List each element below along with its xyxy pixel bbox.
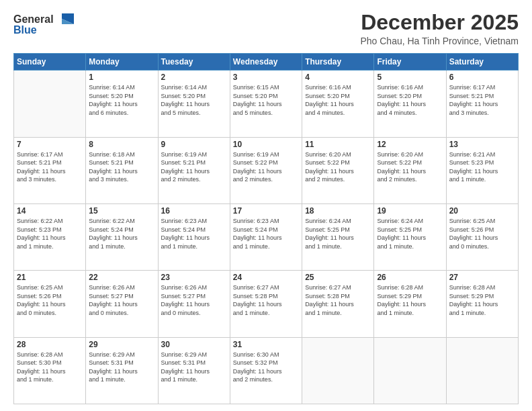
day-number: 19: [377, 206, 443, 216]
calendar-cell: 6Sunrise: 6:17 AMSunset: 5:21 PMDaylight…: [446, 71, 518, 137]
day-info: Sunrise: 6:16 AMSunset: 5:20 PMDaylight:…: [377, 83, 443, 117]
day-info: Sunrise: 6:21 AMSunset: 5:23 PMDaylight:…: [449, 150, 515, 184]
day-info: Sunrise: 6:14 AMSunset: 5:20 PMDaylight:…: [161, 83, 227, 117]
day-info: Sunrise: 6:29 AMSunset: 5:31 PMDaylight:…: [161, 351, 227, 384]
day-number: 2: [161, 73, 227, 82]
day-info: Sunrise: 6:28 AMSunset: 5:29 PMDaylight:…: [449, 283, 515, 317]
title-block: December 2025 Pho Chau, Ha Tinh Province…: [360, 11, 519, 46]
calendar-cell: 14Sunrise: 6:22 AMSunset: 5:23 PMDayligh…: [14, 203, 86, 270]
day-info: Sunrise: 6:23 AMSunset: 5:24 PMDaylight:…: [161, 217, 227, 250]
day-info: Sunrise: 6:19 AMSunset: 5:22 PMDaylight:…: [233, 150, 299, 184]
calendar-cell: 18Sunrise: 6:24 AMSunset: 5:25 PMDayligh…: [302, 203, 374, 270]
day-number: 28: [17, 340, 83, 349]
day-number: 8: [89, 140, 154, 149]
day-number: 9: [161, 140, 227, 149]
day-info: Sunrise: 6:22 AMSunset: 5:23 PMDaylight:…: [17, 217, 83, 250]
calendar-cell: 8Sunrise: 6:18 AMSunset: 5:21 PMDaylight…: [86, 137, 158, 203]
calendar-cell: 17Sunrise: 6:23 AMSunset: 5:24 PMDayligh…: [230, 203, 302, 270]
day-info: Sunrise: 6:24 AMSunset: 5:25 PMDaylight:…: [377, 217, 443, 250]
month-title: December 2025: [360, 11, 519, 34]
day-number: 7: [17, 140, 83, 149]
weekday-sunday: Sunday: [14, 54, 86, 71]
calendar-cell: [446, 337, 518, 404]
day-number: 4: [305, 73, 371, 82]
week-row-4: 28Sunrise: 6:28 AMSunset: 5:30 PMDayligh…: [14, 337, 519, 404]
calendar-page: General Blue December 2025 Pho Chau, Ha …: [0, 0, 532, 411]
day-number: 26: [377, 273, 443, 282]
day-number: 16: [161, 206, 227, 216]
day-number: 29: [89, 340, 154, 349]
day-number: 1: [89, 73, 154, 82]
calendar-cell: 7Sunrise: 6:17 AMSunset: 5:21 PMDaylight…: [14, 137, 86, 203]
day-info: Sunrise: 6:28 AMSunset: 5:30 PMDaylight:…: [17, 351, 83, 384]
header: General Blue December 2025 Pho Chau, Ha …: [13, 11, 519, 46]
calendar-cell: [302, 337, 374, 404]
day-info: Sunrise: 6:29 AMSunset: 5:31 PMDaylight:…: [89, 351, 154, 384]
day-number: 18: [305, 206, 371, 216]
calendar-cell: 10Sunrise: 6:19 AMSunset: 5:22 PMDayligh…: [230, 137, 302, 203]
day-number: 15: [89, 206, 154, 216]
calendar-cell: 31Sunrise: 6:30 AMSunset: 5:32 PMDayligh…: [230, 337, 302, 404]
calendar-cell: 21Sunrise: 6:25 AMSunset: 5:26 PMDayligh…: [14, 271, 86, 337]
day-number: 13: [449, 140, 515, 149]
calendar-cell: 2Sunrise: 6:14 AMSunset: 5:20 PMDaylight…: [158, 71, 230, 137]
week-row-1: 7Sunrise: 6:17 AMSunset: 5:21 PMDaylight…: [14, 137, 519, 203]
day-number: 30: [161, 340, 227, 349]
day-number: 3: [233, 73, 299, 82]
calendar-cell: [374, 337, 446, 404]
day-info: Sunrise: 6:20 AMSunset: 5:22 PMDaylight:…: [377, 150, 443, 184]
weekday-thursday: Thursday: [302, 54, 374, 71]
logo-svg: General Blue: [13, 11, 74, 39]
day-info: Sunrise: 6:23 AMSunset: 5:24 PMDaylight:…: [233, 217, 299, 250]
calendar-cell: 23Sunrise: 6:26 AMSunset: 5:27 PMDayligh…: [158, 271, 230, 337]
day-info: Sunrise: 6:24 AMSunset: 5:25 PMDaylight:…: [305, 217, 371, 250]
calendar-cell: 19Sunrise: 6:24 AMSunset: 5:25 PMDayligh…: [374, 203, 446, 270]
day-info: Sunrise: 6:17 AMSunset: 5:21 PMDaylight:…: [449, 83, 515, 117]
day-info: Sunrise: 6:26 AMSunset: 5:27 PMDaylight:…: [89, 283, 154, 317]
calendar-cell: 27Sunrise: 6:28 AMSunset: 5:29 PMDayligh…: [446, 271, 518, 337]
calendar-table: SundayMondayTuesdayWednesdayThursdayFrid…: [13, 53, 519, 404]
weekday-monday: Monday: [86, 54, 158, 71]
calendar-cell: 30Sunrise: 6:29 AMSunset: 5:31 PMDayligh…: [158, 337, 230, 404]
svg-text:General: General: [13, 13, 54, 25]
calendar-cell: 20Sunrise: 6:25 AMSunset: 5:26 PMDayligh…: [446, 203, 518, 270]
day-info: Sunrise: 6:16 AMSunset: 5:20 PMDaylight:…: [305, 83, 371, 117]
calendar-cell: 13Sunrise: 6:21 AMSunset: 5:23 PMDayligh…: [446, 137, 518, 203]
calendar-cell: 29Sunrise: 6:29 AMSunset: 5:31 PMDayligh…: [86, 337, 158, 404]
weekday-friday: Friday: [374, 54, 446, 71]
calendar-cell: 1Sunrise: 6:14 AMSunset: 5:20 PMDaylight…: [86, 71, 158, 137]
calendar-cell: 11Sunrise: 6:20 AMSunset: 5:22 PMDayligh…: [302, 137, 374, 203]
day-info: Sunrise: 6:30 AMSunset: 5:32 PMDaylight:…: [233, 351, 299, 384]
calendar-cell: 22Sunrise: 6:26 AMSunset: 5:27 PMDayligh…: [86, 271, 158, 337]
day-number: 27: [449, 273, 515, 282]
day-info: Sunrise: 6:17 AMSunset: 5:21 PMDaylight:…: [17, 150, 83, 184]
calendar-cell: 25Sunrise: 6:27 AMSunset: 5:28 PMDayligh…: [302, 271, 374, 337]
logo: General Blue: [13, 11, 74, 39]
calendar-cell: 26Sunrise: 6:28 AMSunset: 5:29 PMDayligh…: [374, 271, 446, 337]
day-number: 22: [89, 273, 154, 282]
day-number: 12: [377, 140, 443, 149]
day-info: Sunrise: 6:20 AMSunset: 5:22 PMDaylight:…: [305, 150, 371, 184]
calendar-cell: 3Sunrise: 6:15 AMSunset: 5:20 PMDaylight…: [230, 71, 302, 137]
day-info: Sunrise: 6:15 AMSunset: 5:20 PMDaylight:…: [233, 83, 299, 117]
day-info: Sunrise: 6:19 AMSunset: 5:21 PMDaylight:…: [161, 150, 227, 184]
calendar-cell: [14, 71, 86, 137]
day-info: Sunrise: 6:22 AMSunset: 5:24 PMDaylight:…: [89, 217, 154, 250]
day-info: Sunrise: 6:14 AMSunset: 5:20 PMDaylight:…: [89, 83, 154, 117]
day-number: 11: [305, 140, 371, 149]
day-info: Sunrise: 6:18 AMSunset: 5:21 PMDaylight:…: [89, 150, 154, 184]
day-number: 23: [161, 273, 227, 282]
week-row-3: 21Sunrise: 6:25 AMSunset: 5:26 PMDayligh…: [14, 271, 519, 337]
calendar-cell: 24Sunrise: 6:27 AMSunset: 5:28 PMDayligh…: [230, 271, 302, 337]
day-info: Sunrise: 6:25 AMSunset: 5:26 PMDaylight:…: [17, 283, 83, 317]
week-row-2: 14Sunrise: 6:22 AMSunset: 5:23 PMDayligh…: [14, 203, 519, 270]
weekday-wednesday: Wednesday: [230, 54, 302, 71]
weekday-tuesday: Tuesday: [158, 54, 230, 71]
day-number: 14: [17, 206, 83, 216]
day-info: Sunrise: 6:27 AMSunset: 5:28 PMDaylight:…: [233, 283, 299, 317]
location: Pho Chau, Ha Tinh Province, Vietnam: [360, 36, 519, 46]
day-info: Sunrise: 6:26 AMSunset: 5:27 PMDaylight:…: [161, 283, 227, 317]
day-info: Sunrise: 6:28 AMSunset: 5:29 PMDaylight:…: [377, 283, 443, 317]
svg-text:Blue: Blue: [13, 24, 37, 36]
day-info: Sunrise: 6:27 AMSunset: 5:28 PMDaylight:…: [305, 283, 371, 317]
